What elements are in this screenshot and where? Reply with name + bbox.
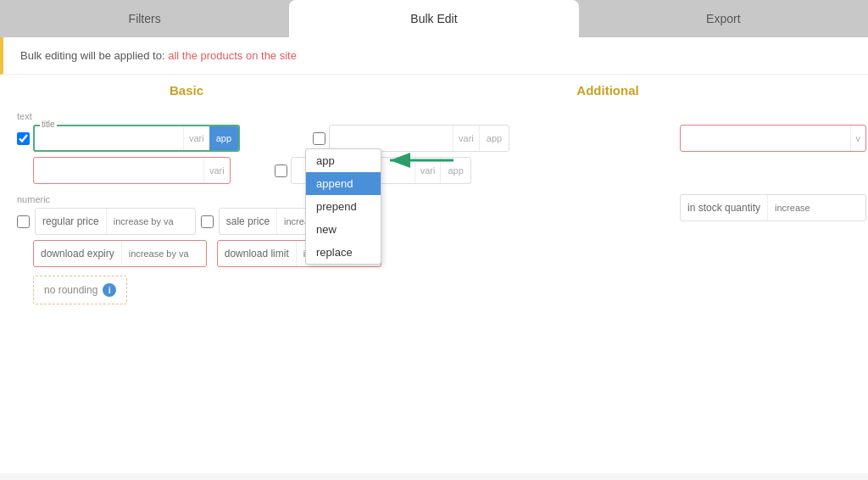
download-expiry-label: download expiry: [34, 248, 121, 260]
title-field-wrapper: title - 100% Wool vari app: [17, 125, 240, 152]
sale-price-label: sale price: [220, 215, 276, 227]
tab-bulk-edit[interactable]: Bulk Edit: [289, 0, 578, 37]
regular-price-group: regular price: [35, 208, 196, 235]
sku-checkbox[interactable]: [275, 165, 287, 177]
title-checkbox[interactable]: [17, 132, 30, 145]
text-fields-row: title - 100% Wool vari app app append pr…: [17, 125, 670, 152]
description-app-btn[interactable]: app: [479, 126, 509, 151]
in-stock-label: in stock quantity: [681, 202, 767, 214]
title-label: title: [40, 120, 57, 129]
dropdown-item-new[interactable]: new: [306, 218, 381, 241]
info-icon[interactable]: i: [103, 283, 116, 297]
product-slug-group: product slug vari: [33, 157, 231, 184]
short-desc-vari-btn[interactable]: v: [850, 126, 866, 151]
title-input-group: title - 100% Wool vari app: [33, 125, 240, 152]
regular-price-checkbox[interactable]: [17, 215, 30, 228]
no-rounding-box: no rounding i: [33, 276, 127, 304]
tab-bar: Filters Bulk Edit Export: [0, 0, 868, 37]
arrow-indicator: [381, 150, 458, 170]
download-expiry-input[interactable]: [121, 241, 206, 266]
short-desc-input[interactable]: short description: [681, 126, 850, 151]
additional-section-title: Additional: [364, 83, 851, 98]
regular-price-label: regular price: [36, 215, 106, 227]
dropdown-item-replace[interactable]: replace: [306, 241, 381, 264]
tab-filters[interactable]: Filters: [0, 0, 289, 37]
basic-section-title: Basic: [17, 83, 356, 98]
main-content: Basic Additional text title - 100% Wool …: [0, 75, 868, 473]
notice-bar: Bulk editing will be applied to: all the…: [0, 37, 868, 75]
title-app-btn[interactable]: app: [209, 126, 238, 150]
dropdown-item-app[interactable]: app: [306, 149, 381, 172]
in-stock-group: in stock quantity: [680, 194, 866, 221]
short-desc-row: short description v: [680, 125, 866, 152]
regular-price-input[interactable]: [106, 209, 195, 234]
dropdown-menu: app append prepend new replace: [305, 148, 381, 265]
sale-price-checkbox[interactable]: [201, 215, 214, 228]
right-column: short description v in stock quantity: [680, 106, 866, 304]
text-group-label: text: [17, 111, 670, 121]
description-vari-btn[interactable]: vari: [453, 126, 479, 151]
sections-header: Basic Additional: [17, 83, 851, 98]
dropdown-item-prepend[interactable]: prepend: [306, 195, 381, 218]
in-stock-row: in stock quantity: [680, 194, 866, 221]
short-desc-group: short description v: [680, 125, 866, 152]
product-slug-vari-btn[interactable]: vari: [203, 158, 230, 183]
download-limit-label: download limit: [218, 248, 296, 260]
title-vari-btn[interactable]: vari: [183, 126, 209, 150]
dropdown-item-append[interactable]: append: [306, 172, 381, 195]
product-slug-input[interactable]: product slug: [34, 158, 203, 183]
in-stock-input[interactable]: [767, 195, 826, 220]
description-checkbox[interactable]: [313, 132, 326, 145]
tab-export[interactable]: Export: [579, 0, 868, 37]
title-input[interactable]: - 100% Wool: [35, 126, 183, 150]
download-expiry-group: download expiry: [33, 240, 207, 267]
no-rounding-label: no rounding: [44, 284, 97, 296]
left-column: text title - 100% Wool vari app app a: [17, 106, 670, 304]
description-input[interactable]: description: [330, 126, 453, 151]
